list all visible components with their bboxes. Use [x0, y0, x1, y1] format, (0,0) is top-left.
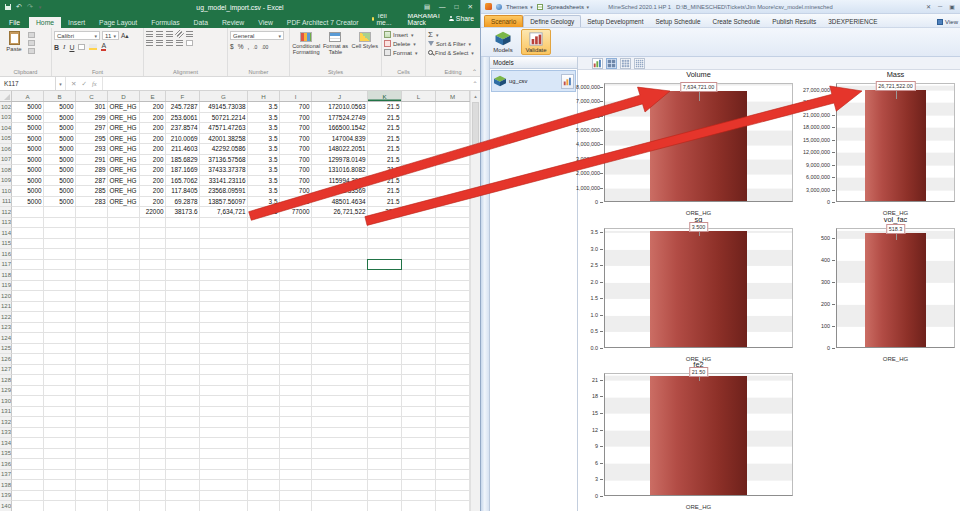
cell[interactable]: [44, 501, 76, 511]
conditional-formatting-button[interactable]: Conditional Formatting: [292, 30, 320, 67]
cell[interactable]: [402, 249, 436, 260]
cell[interactable]: [402, 102, 436, 113]
cell[interactable]: [312, 449, 368, 460]
cell[interactable]: [12, 438, 44, 449]
cell[interactable]: [402, 176, 436, 187]
cell[interactable]: [280, 302, 312, 313]
font-name-select[interactable]: Calibri▾: [54, 31, 100, 40]
cell[interactable]: [200, 270, 248, 281]
insert-function-icon[interactable]: fx: [92, 80, 97, 87]
cell[interactable]: 200: [140, 113, 166, 124]
cell[interactable]: [436, 396, 470, 407]
cell[interactable]: [436, 323, 470, 334]
row-header[interactable]: 138: [0, 480, 12, 491]
cell[interactable]: [166, 449, 200, 460]
row-header[interactable]: 112: [0, 207, 12, 218]
cell[interactable]: [108, 344, 140, 355]
cell[interactable]: [280, 386, 312, 397]
cell[interactable]: 285: [76, 186, 108, 197]
cell[interactable]: [44, 375, 76, 386]
cell[interactable]: [76, 281, 108, 292]
cell[interactable]: [76, 260, 108, 271]
row-header[interactable]: 118: [0, 270, 12, 281]
cell[interactable]: [248, 302, 280, 313]
cell[interactable]: [12, 375, 44, 386]
cell[interactable]: [166, 375, 200, 386]
cell[interactable]: [200, 323, 248, 334]
cell[interactable]: 5000: [12, 134, 44, 145]
collapse-ribbon-icon[interactable]: ⌃: [472, 68, 477, 75]
cell[interactable]: [12, 312, 44, 323]
column-header-D[interactable]: D: [108, 91, 140, 101]
cell[interactable]: [44, 354, 76, 365]
cell[interactable]: [248, 312, 280, 323]
cell[interactable]: [312, 312, 368, 323]
cell[interactable]: [200, 396, 248, 407]
cell[interactable]: [368, 428, 402, 439]
layout-3x3-icon[interactable]: [620, 58, 631, 69]
cell[interactable]: 21.5: [368, 197, 402, 208]
cell[interactable]: [248, 218, 280, 229]
cell[interactable]: 129978.0149: [312, 155, 368, 166]
cell-styles-button[interactable]: Cell Styles: [351, 30, 379, 67]
cell[interactable]: [166, 281, 200, 292]
cell[interactable]: [436, 480, 470, 491]
cell[interactable]: [402, 459, 436, 470]
cell[interactable]: [312, 386, 368, 397]
cell[interactable]: [248, 228, 280, 239]
row-header[interactable]: 105: [0, 134, 12, 145]
cell[interactable]: [436, 113, 470, 124]
cell[interactable]: [12, 386, 44, 397]
enter-entry-icon[interactable]: ✓: [81, 80, 86, 88]
cell[interactable]: 82488.33569: [312, 186, 368, 197]
cell[interactable]: [108, 438, 140, 449]
cell[interactable]: [248, 438, 280, 449]
cell[interactable]: [44, 291, 76, 302]
row-header[interactable]: 106: [0, 144, 12, 155]
cell[interactable]: [280, 417, 312, 428]
collapsed-panel-strip[interactable]: [481, 57, 490, 511]
cell[interactable]: [312, 365, 368, 376]
cell[interactable]: 48501.4634: [312, 197, 368, 208]
cell[interactable]: [200, 491, 248, 502]
cell[interactable]: 5000: [12, 197, 44, 208]
cell[interactable]: [436, 218, 470, 229]
minesched-tab-scenario[interactable]: Scenario: [484, 15, 523, 28]
percent-style-icon[interactable]: %: [238, 43, 244, 50]
cell[interactable]: [140, 396, 166, 407]
wrap-text-icon[interactable]: [186, 31, 193, 37]
cell[interactable]: [200, 239, 248, 250]
format-painter-icon[interactable]: [28, 48, 35, 54]
ms-minimize-icon[interactable]: ─: [938, 3, 942, 10]
cell[interactable]: [312, 333, 368, 344]
cell[interactable]: [200, 218, 248, 229]
delete-cells-button[interactable]: Delete▾: [384, 39, 423, 48]
cell[interactable]: [166, 396, 200, 407]
minesched-tab-3dexperience[interactable]: 3DEXPERIENCE: [822, 16, 883, 28]
cell[interactable]: [280, 249, 312, 260]
cell[interactable]: [76, 396, 108, 407]
cell[interactable]: [436, 354, 470, 365]
cell[interactable]: [436, 228, 470, 239]
cell[interactable]: [248, 470, 280, 481]
cell[interactable]: [140, 365, 166, 376]
cell[interactable]: [166, 407, 200, 418]
models-button[interactable]: Models: [488, 29, 518, 55]
cell[interactable]: [140, 417, 166, 428]
cell[interactable]: [312, 249, 368, 260]
cell[interactable]: [44, 228, 76, 239]
cell[interactable]: 5000: [44, 176, 76, 187]
cell[interactable]: ORE_HG: [108, 144, 140, 155]
copy-icon[interactable]: [28, 40, 35, 46]
cell[interactable]: [200, 260, 248, 271]
row-header[interactable]: 119: [0, 281, 12, 292]
cell[interactable]: 237.8574: [166, 123, 200, 134]
cell[interactable]: [402, 218, 436, 229]
cell[interactable]: [280, 260, 312, 271]
cell[interactable]: [76, 501, 108, 511]
cell[interactable]: [44, 270, 76, 281]
cancel-entry-icon[interactable]: ✕: [71, 80, 76, 88]
cell[interactable]: 21.5: [368, 102, 402, 113]
cell[interactable]: [140, 459, 166, 470]
cell[interactable]: 5000: [12, 102, 44, 113]
